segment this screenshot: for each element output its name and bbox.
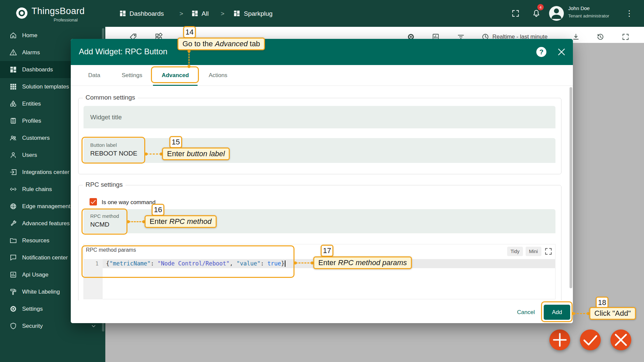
- security-shield-icon: [9, 322, 17, 330]
- thingsboard-logo-icon: [15, 6, 29, 20]
- step-16-highlight-ring: [82, 208, 127, 235]
- step-14-number: 14: [183, 26, 196, 38]
- check-icon: [580, 329, 601, 350]
- sidebar-item-label: Security: [22, 323, 43, 329]
- sidebar-item-label: Api Usage: [22, 272, 48, 278]
- toolbar-fullscreen-icon[interactable]: [622, 33, 630, 41]
- settings-gear-icon: [9, 305, 17, 313]
- sidebar-item-label: Customers: [22, 135, 50, 141]
- sidebar-item-label: Profiles: [22, 118, 41, 124]
- resources-folder-icon: [9, 237, 17, 244]
- kebab-menu-icon[interactable]: ⋮: [625, 9, 633, 18]
- close-icon: [610, 329, 631, 350]
- dialog-header: Add Widget: RPC Button ?: [71, 39, 573, 65]
- plus-icon: [549, 329, 570, 350]
- sidebar-item-label: Settings: [22, 306, 43, 312]
- step-17-number: 17: [321, 245, 333, 257]
- breadcrumb-separator: >: [221, 10, 224, 17]
- advanced-features-icon: [9, 220, 17, 227]
- breadcrumb-dashboards-icon: [119, 10, 126, 17]
- dialog-close-icon[interactable]: [556, 47, 567, 57]
- entities-icon: [9, 100, 17, 108]
- dialog-footer: Cancel Add: [71, 300, 573, 323]
- step-14-connector: [189, 51, 190, 66]
- step-16-label: Enter RPC method: [145, 215, 217, 228]
- breadcrumb-separator: >: [179, 10, 183, 17]
- rpc-settings-legend: RPC settings: [83, 181, 125, 188]
- add-widget-dialog: Add Widget: RPC Button ? Data Settings A…: [71, 39, 573, 323]
- customers-icon: [9, 134, 17, 142]
- step-17-label: Enter RPC method params: [313, 256, 412, 269]
- check-icon: [90, 198, 97, 205]
- white-labeling-icon: [9, 288, 17, 296]
- step-18-connector: [574, 313, 588, 314]
- breadcrumb-item[interactable]: Sparkplug: [244, 10, 273, 17]
- step-16-connector: [128, 221, 144, 222]
- breadcrumb-item[interactable]: All: [202, 10, 209, 17]
- dialog-tabs: Data Settings Advanced Actions: [71, 65, 573, 86]
- step-18-label: Click "Add": [589, 307, 636, 320]
- tab-settings[interactable]: Settings: [111, 65, 153, 85]
- user-role: Tenant administrator: [568, 13, 609, 18]
- step-15-connector: [146, 154, 161, 155]
- notification-center-icon: [9, 254, 17, 261]
- fullscreen-icon[interactable]: [511, 9, 520, 18]
- edge-management-icon: [9, 202, 17, 210]
- tab-data[interactable]: Data: [77, 65, 111, 85]
- brand-subtitle: Professional: [54, 17, 78, 22]
- notification-count-badge: 4: [537, 4, 544, 10]
- dialog-title: Add Widget: RPC Button: [79, 47, 167, 56]
- help-icon[interactable]: ?: [536, 47, 546, 57]
- solution-templates-icon: [9, 83, 17, 90]
- sidebar-item-label: Rule chains: [22, 186, 52, 193]
- profiles-icon: [9, 117, 17, 125]
- chevron-down-icon: [91, 323, 97, 329]
- mini-button[interactable]: Mini: [526, 247, 541, 256]
- step-16-number: 16: [152, 204, 164, 216]
- one-way-command-checkbox[interactable]: [90, 198, 97, 205]
- widget-title-input[interactable]: Widget title: [84, 106, 555, 128]
- breadcrumb-all-icon: [191, 10, 199, 17]
- sidebar-item-label: Notification center: [22, 254, 68, 261]
- api-usage-icon: [9, 271, 17, 279]
- app-header: ThingsBoard Professional Dashboards > Al…: [0, 0, 644, 27]
- notifications-bell-icon[interactable]: [532, 9, 541, 18]
- editor-fullscreen-icon[interactable]: [544, 247, 553, 256]
- breadcrumb-item[interactable]: Dashboards: [129, 10, 164, 17]
- history-icon[interactable]: [596, 33, 604, 41]
- sidebar-item-label: Resources: [22, 237, 49, 244]
- download-icon[interactable]: [572, 33, 580, 41]
- integrations-icon: [9, 168, 17, 176]
- home-icon: [9, 32, 17, 39]
- common-settings-legend: Common settings: [83, 94, 138, 101]
- step-14-label: Go to the Advanced tab: [177, 38, 265, 50]
- tidy-button[interactable]: Tidy: [507, 247, 523, 256]
- sidebar-item-label: Edge management: [22, 203, 70, 210]
- sidebar-item-label: Dashboards: [22, 66, 53, 73]
- sidebar-item-label: Home: [22, 32, 37, 39]
- button-label-input[interactable]: Button label REBOOT NODE: [84, 138, 555, 163]
- apply-changes-fab[interactable]: [580, 329, 601, 350]
- user-name: John Doe: [568, 5, 590, 11]
- sidebar-item-label: Alarms: [22, 49, 40, 56]
- step-14-highlight-ring: [151, 66, 199, 83]
- brand-name: ThingsBoard: [32, 6, 85, 16]
- user-avatar[interactable]: [549, 6, 564, 21]
- discard-changes-fab[interactable]: [610, 329, 631, 350]
- widget-title-placeholder: Widget title: [90, 106, 122, 128]
- sidebar-item-label: Integrations center: [22, 169, 69, 176]
- sidebar-item-label: Entities: [22, 101, 41, 107]
- cancel-button[interactable]: Cancel: [513, 306, 539, 319]
- add-widget-fab[interactable]: [549, 329, 570, 350]
- tab-actions[interactable]: Actions: [198, 65, 238, 85]
- active-tab-underline: [153, 85, 198, 86]
- step-15-number: 15: [169, 136, 182, 148]
- sidebar-item-label: Users: [22, 152, 37, 159]
- step-15-highlight-ring: [82, 137, 145, 164]
- dialog-scrollbar[interactable]: [570, 87, 572, 288]
- sidebar-item-label: Solution templates: [22, 83, 69, 90]
- sidebar-item-label: White Labeling: [22, 289, 60, 295]
- rule-chains-icon: [9, 185, 17, 193]
- alarm-warning-icon: [9, 49, 17, 56]
- dashboards-icon: [9, 66, 17, 73]
